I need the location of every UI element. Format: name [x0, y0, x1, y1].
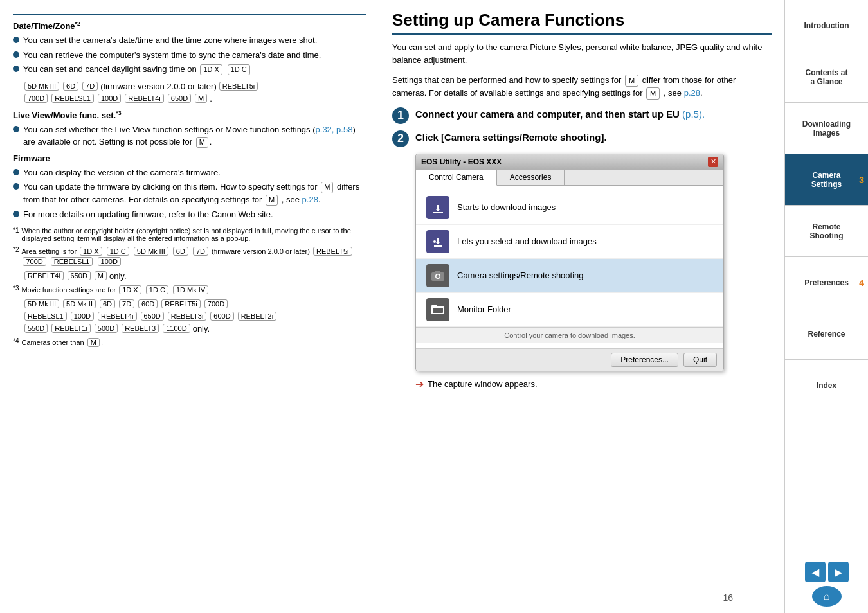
dialog-item-camera-settings[interactable]: Camera settings/Remote shooting — [416, 259, 723, 293]
middle-panel: Setting up Camera Functions You can set … — [379, 0, 784, 613]
sidebar-item-remote-shooting[interactable]: RemoteShooting — [785, 206, 868, 257]
tag-m-fn: M — [95, 271, 107, 280]
bullet-text: You can retrieve the computer's system t… — [23, 49, 321, 61]
bullet-icon — [13, 169, 19, 175]
tag-650d-fn: 650D — [68, 271, 91, 280]
svg-point-4 — [437, 274, 440, 278]
footnote-4: *4 Cameras other than M. — [13, 337, 366, 348]
dialog-box: EOS Utility - EOS XXX ✕ Control Camera A… — [415, 154, 724, 371]
tag-1dx-fn3: 1D X — [119, 285, 141, 294]
tag-100d: 100D — [98, 94, 121, 103]
tag-550d-fn3: 550D — [24, 324, 48, 333]
tag-1dc-fn: 1D C — [107, 247, 129, 256]
bullet-icon — [13, 183, 19, 190]
section2-title-text: Live View/Movie func. set. — [13, 111, 116, 120]
bullet-text: You can update the firmware by clicking … — [23, 181, 366, 206]
tag-60d-fn3: 60D — [138, 299, 158, 308]
tag-rebelt5i-fn: REBELT5i — [313, 247, 352, 256]
camera-settings-icon — [426, 264, 449, 287]
section2-title: Live View/Movie func. set.*3 — [13, 110, 366, 120]
quit-button[interactable]: Quit — [683, 353, 717, 367]
intro-paragraph-1: You can set and apply to the camera Pict… — [392, 41, 772, 66]
tag-rebelt5i: REBELT5i — [219, 82, 258, 91]
tag-1dx-fn: 1D X — [80, 247, 102, 256]
footnote-2-tags: REBELT4i 650D M only. — [23, 271, 366, 281]
bullet-text: You can display the version of the camer… — [23, 167, 221, 179]
footnote-2: *2 Area setting is for 1D X 1D C 5D Mk I… — [13, 246, 366, 267]
tag-rebelt3-fn3: REBELT3 — [122, 324, 159, 333]
step-1-number: 1 — [392, 107, 409, 124]
sidebar-item-preferences[interactable]: Preferences4 — [785, 257, 868, 308]
select-download-icon — [426, 230, 449, 253]
tag-700d: 700D — [24, 94, 48, 103]
next-arrow[interactable]: ▶ — [828, 562, 849, 582]
step-2: 2 Click [Camera settings/Remote shooting… — [392, 130, 772, 147]
section1-title-text: Date/Time/Zone — [13, 21, 75, 31]
link-p5[interactable]: (p.5). — [682, 109, 705, 120]
dialog-item-select-download[interactable]: Lets you select and download images — [416, 225, 723, 259]
home-button[interactable]: ⌂ — [812, 586, 842, 607]
footnote-3-row3: 550D REBELT1i 500D REBELT3 1100D only. — [23, 323, 366, 333]
tag-1dc: 1D C — [228, 64, 250, 75]
tag-rebelt4i-fn3: REBELT4i — [98, 312, 137, 321]
tab-control-camera[interactable]: Control Camera — [416, 170, 497, 186]
sidebar-item-introduction[interactable]: Introduction — [785, 0, 868, 51]
tag-m: M — [195, 94, 207, 103]
tab-accessories[interactable]: Accessories — [497, 170, 565, 185]
tag-5dmkiii: 5D Mk III — [24, 82, 59, 91]
bullet-icon — [13, 211, 19, 217]
list-item: You can retrieve the computer's system t… — [13, 49, 366, 61]
section2-sup: *3 — [116, 110, 122, 116]
tag-100d-fn3: 100D — [71, 312, 94, 321]
prev-arrow[interactable]: ◀ — [805, 562, 826, 582]
bullet-text: You can set the camera's date/time and t… — [23, 35, 317, 46]
tag-rebelt2i-fn3: REBELT2i — [238, 312, 277, 321]
dialog-close-button[interactable]: ✕ — [708, 157, 718, 167]
link-p28-fw[interactable]: p.28 — [302, 195, 318, 204]
tag-700d-fn3: 700D — [204, 299, 228, 308]
bullet-text: You can set and cancel daylight saving t… — [23, 64, 251, 76]
sidebar-item-contents-at-a-glance[interactable]: Contents ata Glance — [785, 51, 868, 103]
tab-number-5: 4 — [859, 278, 864, 288]
sidebar-item-camera-settings[interactable]: CameraSettings3 — [785, 154, 868, 206]
link-p32-p58[interactable]: p.32, p.58 — [316, 125, 353, 134]
tag-7d-fn: 7D — [193, 247, 208, 256]
dialog-item-monitor-folder[interactable]: Monitor Folder — [416, 293, 723, 327]
sidebar-item-reference[interactable]: Reference — [785, 308, 868, 360]
section3-title-text: Firmware — [13, 154, 50, 163]
section1-bullets: You can set the camera's date/time and t… — [13, 35, 366, 76]
bullet-text: For more details on updating firmware, r… — [23, 209, 273, 220]
step-1-text: Connect your camera and computer, and th… — [415, 107, 705, 121]
dot-text: . — [210, 94, 212, 103]
footnote-1: *1 When the author or copyright holder (… — [13, 227, 366, 242]
dialog-item-download-all[interactable]: Starts to download images — [416, 191, 723, 225]
monitor-folder-icon — [426, 298, 449, 321]
firmware-note: (firmware version 2.0.0 or later) — [100, 82, 217, 91]
list-item: You can update the firmware by clicking … — [13, 181, 366, 206]
link-p28-intro[interactable]: p.28 — [684, 88, 700, 98]
tag-row-2: 700D REBELSL1 100D REBELT4i 650D M . — [23, 93, 366, 103]
tag-m-intro: M — [625, 75, 638, 87]
tag-1dc-fn3: 1D C — [146, 285, 168, 294]
footnote-3: *3 Movie function settings are for 1D X … — [13, 285, 366, 295]
section3-title: Firmware — [13, 154, 366, 163]
tag-7d: 7D — [82, 82, 98, 91]
intro-paragraph-2: Settings that can be performed and how t… — [392, 74, 772, 100]
bullet-icon — [13, 126, 19, 132]
preferences-button[interactable]: Preferences... — [611, 353, 678, 367]
download-all-icon — [426, 196, 449, 219]
list-item: You can display the version of the camer… — [13, 167, 366, 179]
list-item: You can set whether the Live View functi… — [13, 124, 366, 148]
section1-title: Date/Time/Zone*2 — [13, 21, 366, 31]
tag-7d-fn3: 7D — [119, 299, 134, 308]
section3-bullets: You can display the version of the camer… — [13, 167, 366, 220]
tag-6d: 6D — [63, 82, 78, 91]
dialog-tabs: Control Camera Accessories — [416, 170, 723, 186]
sidebar-item-downloading-images[interactable]: DownloadingImages — [785, 103, 868, 154]
arrow-right-icon: ➔ — [415, 378, 424, 390]
tag-100d-fn: 100D — [98, 257, 121, 266]
page-title: Setting up Camera Functions — [392, 10, 772, 35]
tag-rebelt4i: REBELT4i — [125, 94, 164, 103]
list-item: You can set the camera's date/time and t… — [13, 35, 366, 46]
sidebar-item-index[interactable]: Index — [785, 360, 868, 411]
